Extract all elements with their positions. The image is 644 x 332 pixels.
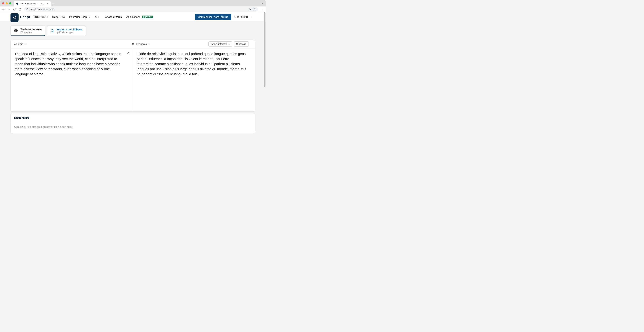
window-maximize[interactable]: [9, 2, 11, 4]
window-minimize[interactable]: [6, 2, 8, 4]
formality-label: formel/informel: [211, 43, 227, 45]
translation-panes: The idea of linguistic relativity, which…: [11, 48, 255, 111]
mode-tab-files[interactable]: Traduire des fichiers .pdf, .docx, .pptx: [47, 25, 86, 36]
svg-rect-3: [26, 9, 28, 10]
dictionary-box: Dictionnaire Cliquez sur un mot pour en …: [10, 113, 255, 133]
svg-line-10: [14, 17, 15, 18]
dictionary-title: Dictionnaire: [11, 113, 255, 122]
mode-tabs: Traduire du texte 29 langues Traduire de…: [10, 25, 255, 36]
source-text[interactable]: The idea of linguistic relativity, which…: [14, 51, 129, 77]
glossary-label: Glossaire: [236, 43, 246, 45]
formality-select[interactable]: formel/informel: [208, 41, 232, 47]
mode-tab-files-title: Traduire des fichiers: [57, 28, 82, 31]
site-header: DeepL Traducteur DeepL Pro Pourquoi Deep…: [0, 12, 266, 22]
source-pane[interactable]: The idea of linguistic relativity, which…: [11, 48, 133, 111]
nav-why[interactable]: Pourquoi DeepL ?: [69, 15, 90, 18]
target-lang-label: Français: [136, 42, 147, 46]
address-bar[interactable]: deepl.com/fr/translator: [24, 7, 258, 12]
nav-pricing[interactable]: Forfaits et tarifs: [104, 15, 122, 18]
forward-button[interactable]: [7, 8, 10, 11]
new-tab-button[interactable]: +: [51, 2, 56, 6]
language-bar: Anglais Français: [11, 40, 255, 48]
mode-tab-text-title: Traduire du texte: [20, 28, 42, 31]
login-link[interactable]: Connexion: [234, 15, 248, 18]
scrollbar-thumb[interactable]: [264, 12, 266, 87]
star-icon[interactable]: [253, 8, 256, 11]
free-badge: GRATUIT: [142, 15, 153, 18]
nav-api[interactable]: API: [95, 15, 99, 18]
browser-titlebar: DeepL Traduction – DeepL Tra ✕ +: [0, 0, 266, 6]
page-scrollbar[interactable]: [264, 12, 266, 137]
clear-source-button[interactable]: [127, 51, 130, 54]
favicon-icon: [16, 2, 18, 5]
browser-toolbar: deepl.com/fr/translator ⋮: [0, 6, 266, 12]
tab-strip: DeepL Traduction – DeepL Tra ✕ +: [14, 0, 261, 6]
back-button[interactable]: [2, 8, 5, 11]
source-lang-select[interactable]: Anglais: [14, 42, 26, 46]
svg-marker-5: [253, 8, 256, 10]
share-icon[interactable]: [248, 8, 251, 11]
chevron-down-icon: [228, 43, 230, 45]
svg-point-7: [15, 16, 16, 17]
translator-box: Anglais Français: [10, 40, 255, 112]
tab-close-icon[interactable]: ✕: [46, 2, 49, 5]
target-pane: L'idée de relativité linguistique, qui p…: [133, 48, 255, 111]
mode-tab-files-sub: .pdf, .docx, .pptx: [57, 31, 82, 33]
window-controls: [2, 2, 11, 4]
chevron-down-icon[interactable]: [261, 2, 264, 4]
window-close[interactable]: [2, 2, 4, 4]
browser-tab-active[interactable]: DeepL Traduction – DeepL Tra ✕: [14, 1, 51, 6]
mode-tab-text-sub: 29 langues: [20, 31, 42, 33]
page-content: DeepL Traducteur DeepL Pro Pourquoi Deep…: [0, 12, 266, 137]
dictionary-hint: Cliquez sur un mot pour en savoir plus à…: [11, 122, 255, 133]
reload-button[interactable]: [13, 8, 16, 11]
chevron-down-icon: [148, 43, 150, 45]
mode-tab-text[interactable]: Traduire du texte 29 langues: [10, 25, 45, 36]
target-text[interactable]: L'idée de relativité linguistique, qui p…: [137, 51, 251, 77]
logo[interactable]: DeepL Traducteur: [10, 12, 48, 22]
target-lang-area: Français formel/informel: [133, 41, 255, 47]
document-icon: [50, 29, 54, 33]
nav-pro[interactable]: DeepL Pro: [52, 15, 65, 18]
menu-button[interactable]: [251, 16, 255, 18]
brand-name: DeepL: [20, 15, 31, 19]
tab-title: DeepL Traduction – DeepL Tra: [20, 2, 45, 5]
source-lang-area: Anglais: [11, 42, 133, 46]
home-button[interactable]: [18, 8, 22, 11]
main-nav: DeepL Pro Pourquoi DeepL ? API Forfaits …: [52, 15, 153, 18]
glossary-button[interactable]: Glossaire: [234, 41, 249, 47]
url-text: deepl.com/fr/translator: [30, 8, 54, 11]
svg-marker-0: [16, 2, 18, 5]
lock-icon: [26, 8, 28, 10]
globe-icon: [14, 28, 18, 33]
brand-suffix: Traducteur: [33, 15, 48, 19]
source-lang-label: Anglais: [14, 42, 23, 46]
cta-trial-button[interactable]: Commencer l'essai gratuit: [195, 14, 231, 20]
nav-apps[interactable]: Applications: [126, 15, 140, 18]
chevron-down-icon: [24, 43, 26, 45]
target-lang-select[interactable]: Français: [136, 42, 150, 46]
logo-icon: [10, 13, 18, 22]
browser-menu-button[interactable]: ⋮: [260, 8, 264, 11]
swap-languages-button[interactable]: [130, 42, 135, 46]
